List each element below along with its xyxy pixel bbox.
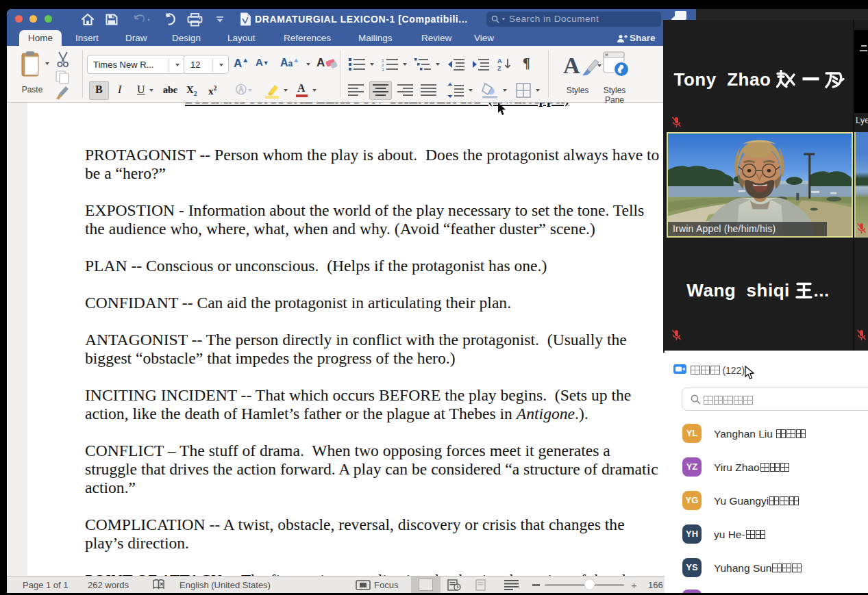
svg-text:A: A xyxy=(497,58,502,64)
svg-text:Z: Z xyxy=(497,65,501,72)
svg-text:2: 2 xyxy=(382,63,384,67)
svg-text:3: 3 xyxy=(382,68,384,71)
svg-text:1: 1 xyxy=(382,58,384,62)
